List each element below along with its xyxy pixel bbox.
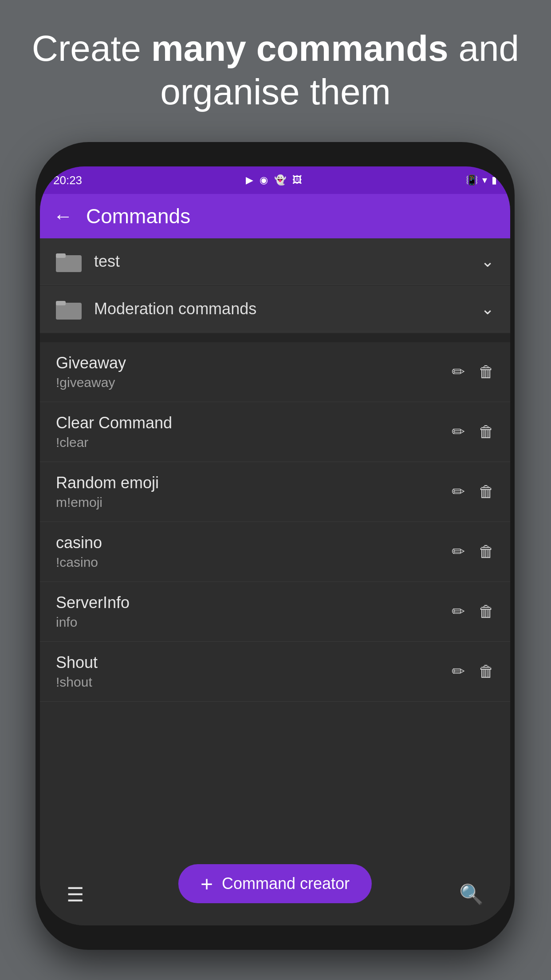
delete-button-serverinfo[interactable]: 🗑 <box>478 602 494 621</box>
app-bar-title: Commands <box>86 204 190 228</box>
command-actions-serverinfo: ✏ 🗑 <box>452 602 494 621</box>
delete-button-emoji[interactable]: 🗑 <box>478 482 494 501</box>
folder-name-moderation: Moderation commands <box>94 300 481 318</box>
command-item-casino: casino !casino ✏ 🗑 <box>40 522 510 582</box>
command-info-casino: casino !casino <box>56 533 452 570</box>
folder-item-test[interactable]: test ⌄ <box>40 238 510 285</box>
search-icon[interactable]: 🔍 <box>459 883 484 906</box>
command-creator-fab[interactable]: + Command creator <box>178 864 372 903</box>
command-item-clear: Clear Command !clear ✏ 🗑 <box>40 402 510 462</box>
command-trigger-casino: !casino <box>56 555 452 570</box>
folder-icon-moderation <box>56 298 82 320</box>
command-trigger-serverinfo: info <box>56 615 452 630</box>
command-trigger-shout: !shout <box>56 675 452 690</box>
status-bar: 20:23 ▶ ◉ 👻 🖼 📳 ▾ ▮ <box>40 166 510 194</box>
command-item-serverinfo: ServerInfo info ✏ 🗑 <box>40 582 510 642</box>
headline-section: Create many commands and organise them <box>0 18 551 123</box>
folder-icon-test <box>56 251 82 272</box>
edit-button-casino[interactable]: ✏ <box>452 542 465 561</box>
command-name-emoji: Random emoji <box>56 474 452 492</box>
fab-label: Command creator <box>222 874 350 893</box>
gallery-icon: 🖼 <box>292 174 302 186</box>
fab-plus-icon: + <box>201 872 213 896</box>
delete-button-shout[interactable]: 🗑 <box>478 662 494 681</box>
command-actions-casino: ✏ 🗑 <box>452 542 494 561</box>
phone-shell: 20:23 ▶ ◉ 👻 🖼 📳 ▾ ▮ ← Commands <box>35 142 515 950</box>
snapchat-icon: 👻 <box>274 174 286 186</box>
command-info-clear: Clear Command !clear <box>56 414 452 450</box>
delete-button-casino[interactable]: 🗑 <box>478 542 494 561</box>
svg-rect-2 <box>56 253 66 258</box>
edit-button-giveaway[interactable]: ✏ <box>452 363 465 381</box>
folder-item-moderation[interactable]: Moderation commands ⌄ <box>40 286 510 332</box>
battery-icon: ▮ <box>492 174 497 186</box>
bottom-nav-bar: ☰ + Command creator 🔍 <box>40 863 510 925</box>
edit-button-serverinfo[interactable]: ✏ <box>452 602 465 621</box>
svg-rect-5 <box>56 301 66 305</box>
command-name-shout: Shout <box>56 653 452 672</box>
command-name-clear: Clear Command <box>56 414 452 432</box>
hamburger-menu-icon[interactable]: ☰ <box>67 883 84 906</box>
folder-name-test: test <box>94 252 481 271</box>
edit-button-clear[interactable]: ✏ <box>452 423 465 441</box>
command-info-emoji: Random emoji m!emoji <box>56 474 452 510</box>
command-item-giveaway: Giveaway !giveaway ✏ 🗑 <box>40 342 510 402</box>
command-item-emoji: Random emoji m!emoji ✏ 🗑 <box>40 462 510 522</box>
command-item-shout: Shout !shout ✏ 🗑 <box>40 642 510 702</box>
command-name-casino: casino <box>56 533 452 552</box>
notification-icon: ◉ <box>260 174 268 186</box>
app-bar: ← Commands <box>40 194 510 238</box>
folder-chevron-moderation[interactable]: ⌄ <box>481 300 494 318</box>
status-left-icons: ▶ ◉ 👻 🖼 <box>246 174 302 186</box>
command-name-serverinfo: ServerInfo <box>56 593 452 612</box>
headline-text: Create many commands and organise them <box>27 27 524 114</box>
command-actions-emoji: ✏ 🗑 <box>452 482 494 501</box>
headline-bold: many commands <box>151 28 449 68</box>
status-right-icons: 📳 ▾ ▮ <box>466 174 497 186</box>
delete-button-giveaway[interactable]: 🗑 <box>478 363 494 381</box>
command-info-serverinfo: ServerInfo info <box>56 593 452 630</box>
command-trigger-giveaway: !giveaway <box>56 375 452 390</box>
command-info-shout: Shout !shout <box>56 653 452 690</box>
edit-button-shout[interactable]: ✏ <box>452 662 465 681</box>
vibrate-icon: 📳 <box>466 174 478 186</box>
command-actions-shout: ✏ 🗑 <box>452 662 494 681</box>
section-divider <box>40 333 510 342</box>
edit-button-emoji[interactable]: ✏ <box>452 482 465 501</box>
folder-chevron-test[interactable]: ⌄ <box>481 252 494 271</box>
back-button[interactable]: ← <box>53 205 73 227</box>
status-time: 20:23 <box>53 174 82 187</box>
phone-screen: 20:23 ▶ ◉ 👻 🖼 📳 ▾ ▮ ← Commands <box>40 166 510 925</box>
command-info-giveaway: Giveaway !giveaway <box>56 354 452 390</box>
command-trigger-clear: !clear <box>56 435 452 450</box>
command-actions-clear: ✏ 🗑 <box>452 423 494 441</box>
delete-button-clear[interactable]: 🗑 <box>478 423 494 441</box>
command-trigger-emoji: m!emoji <box>56 495 452 510</box>
youtube-icon: ▶ <box>246 174 253 186</box>
command-name-giveaway: Giveaway <box>56 354 452 372</box>
content-area: test ⌄ Moderation commands ⌄ <box>40 238 510 702</box>
command-actions-giveaway: ✏ 🗑 <box>452 363 494 381</box>
wifi-icon: ▾ <box>482 174 487 186</box>
